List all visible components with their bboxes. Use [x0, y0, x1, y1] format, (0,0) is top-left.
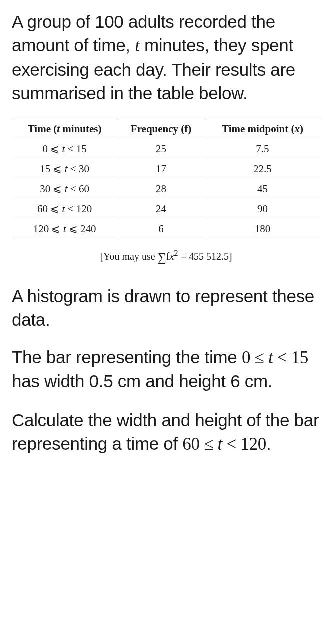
intro-var-t: t: [135, 36, 139, 56]
cell-range: 15 ⩽ t < 30: [12, 160, 117, 180]
question: Calculate the width and height of the ba…: [12, 408, 320, 456]
range-0-15: 0 ≤ t < 15: [242, 348, 308, 368]
table-row: 0 ⩽ t < 15 25 7.5: [12, 140, 320, 160]
header-midpoint: Time midpoint (x): [205, 120, 320, 140]
sum-hint: [You may use ∑fx2 = 455 512.5]: [12, 248, 320, 264]
header-time: Time (t minutes): [12, 120, 117, 140]
cell-freq: 25: [117, 140, 205, 160]
cell-range: 60 ⩽ t < 120: [12, 200, 117, 220]
cell-freq: 17: [117, 160, 205, 180]
cell-mid: 45: [205, 180, 320, 200]
table-row: 60 ⩽ t < 120 24 90: [12, 200, 320, 220]
problem-intro: A group of 100 adults recorded the amoun…: [12, 10, 320, 105]
table-row: 120 ⩽ t ⩽ 240 6 180: [12, 220, 320, 240]
cell-mid: 90: [205, 200, 320, 220]
header-frequency: Frequency (f): [117, 120, 205, 140]
cell-range: 0 ⩽ t < 15: [12, 140, 117, 160]
cell-freq: 28: [117, 180, 205, 200]
cell-mid: 7.5: [205, 140, 320, 160]
frequency-table: Time (t minutes) Frequency (f) Time midp…: [12, 119, 320, 240]
cell-range: 30 ⩽ t < 60: [12, 180, 117, 200]
table-header-row: Time (t minutes) Frequency (f) Time midp…: [12, 120, 320, 140]
table-row: 30 ⩽ t < 60 28 45: [12, 180, 320, 200]
cell-freq: 6: [117, 220, 205, 240]
table-row: 15 ⩽ t < 30 17 22.5: [12, 160, 320, 180]
histogram-statement: A histogram is drawn to represent these …: [12, 284, 320, 332]
cell-freq: 24: [117, 200, 205, 220]
cell-mid: 180: [205, 220, 320, 240]
cell-mid: 22.5: [205, 160, 320, 180]
cell-range: 120 ⩽ t ⩽ 240: [12, 220, 117, 240]
table-body: 0 ⩽ t < 15 25 7.5 15 ⩽ t < 30 17 22.5 30…: [12, 140, 320, 240]
bar-spec: The bar representing the time 0 ≤ t < 15…: [12, 346, 320, 394]
range-60-120: 60 ≤ t < 120: [182, 434, 266, 454]
